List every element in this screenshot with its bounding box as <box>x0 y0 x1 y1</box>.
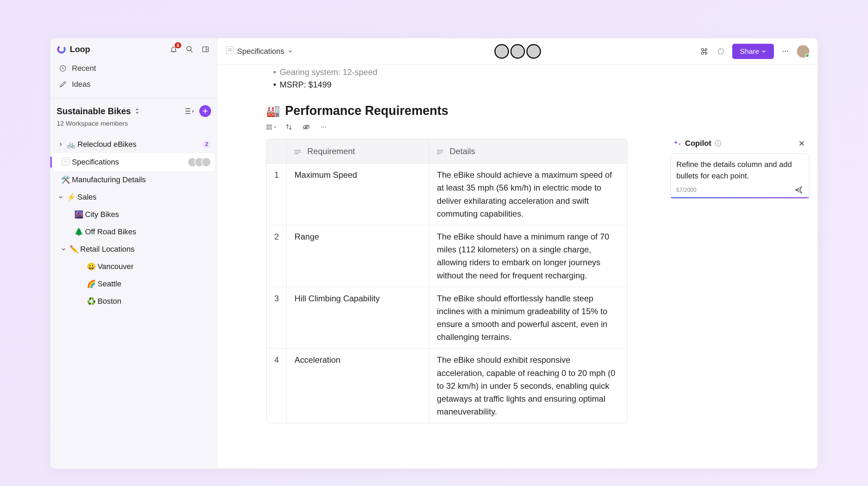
svg-rect-11 <box>270 128 272 129</box>
copilot-char-counter: 57/2000 <box>676 187 696 193</box>
svg-rect-9 <box>270 125 272 127</box>
info-icon[interactable]: i <box>715 140 721 146</box>
tree-item-seattle[interactable]: 🌈 Seattle <box>53 275 215 293</box>
cell-requirement[interactable]: Acceleration <box>287 349 429 423</box>
workspace-list-button[interactable] <box>184 106 194 116</box>
tree-label: City Bikes <box>85 210 211 219</box>
sidebar-nav: Recent Ideas <box>50 58 217 97</box>
more-button[interactable] <box>780 46 791 57</box>
cell-requirement[interactable]: Maximum Speed <box>287 164 429 225</box>
tree-item-retail[interactable]: ✏️ Retail Locations <box>53 241 215 258</box>
tree-label: Relecloud eBikes <box>77 140 202 149</box>
page-content: Gearing system: 12-speed MSRP: $1499 🏭 P… <box>218 65 818 469</box>
component-button[interactable] <box>716 46 726 57</box>
column-number[interactable] <box>267 139 287 164</box>
city-icon: 🌆 <box>73 210 85 219</box>
nav-ideas[interactable]: Ideas <box>57 76 211 92</box>
hide-button[interactable] <box>301 123 311 131</box>
eye-off-icon <box>302 124 310 131</box>
more-horizontal-icon <box>320 124 327 131</box>
bicycle-icon: 🚲 <box>65 140 77 149</box>
presence-avatar[interactable] <box>510 44 525 59</box>
share-button[interactable]: Share <box>732 44 774 59</box>
svg-rect-4 <box>718 49 724 54</box>
copilot-send-button[interactable] <box>794 186 803 195</box>
send-icon <box>794 186 803 194</box>
panel-toggle-button[interactable] <box>200 44 211 55</box>
bullet-text: Gearing system: 12-speed <box>279 67 377 77</box>
row-number: 2 <box>267 225 287 287</box>
cell-details[interactable]: The eBike should have a minimum range of… <box>429 225 627 287</box>
recycle-icon: ♻️ <box>85 297 98 305</box>
tree-item-manufacturing[interactable]: 🛠️ Manufacturing Details <box>53 171 215 188</box>
nav-recent-label: Recent <box>72 64 96 73</box>
breadcrumb[interactable]: Specifications <box>226 47 293 56</box>
table-more-button[interactable] <box>318 123 329 131</box>
svg-point-0 <box>57 44 66 54</box>
more-horizontal-icon <box>782 48 789 55</box>
list-filter-icon <box>185 107 194 115</box>
notifications-button[interactable]: 8 <box>168 44 179 55</box>
bullet-item[interactable]: Gearing system: 12-speed <box>266 66 818 78</box>
sort-icon <box>285 124 292 131</box>
svg-rect-8 <box>267 125 269 127</box>
add-button[interactable] <box>199 105 211 117</box>
tools-icon: 🛠️ <box>59 176 72 184</box>
nav-recent[interactable]: Recent <box>57 60 211 76</box>
cell-details[interactable]: The eBike should exhibit responsive acce… <box>429 349 627 423</box>
svg-point-15 <box>325 127 326 128</box>
topbar-actions: Share <box>699 44 809 59</box>
tree-item-relecloud[interactable]: 🚲 Relecloud eBikes 2 <box>53 136 215 153</box>
view-button[interactable] <box>266 123 277 131</box>
copilot-title: Copilot <box>685 139 711 148</box>
search-button[interactable] <box>184 44 195 55</box>
presence-avatar[interactable] <box>526 44 541 59</box>
copilot-footer: 57/2000 <box>676 186 803 195</box>
requirements-table: Requirement Details 1 Maximum Speed <box>266 139 627 423</box>
plus-icon <box>202 108 208 114</box>
table-row[interactable]: 2 Range The eBike should have a minimum … <box>267 225 627 287</box>
svg-rect-10 <box>267 128 269 129</box>
workspace-subtitle: 12 Workspace members <box>50 119 217 134</box>
command-icon <box>700 48 708 55</box>
presence-avatar[interactable] <box>494 44 509 59</box>
column-requirement[interactable]: Requirement <box>287 139 429 164</box>
workspace-title-switcher[interactable]: Sustainable Bikes <box>57 106 141 116</box>
emoji-face-icon: 😀 <box>85 262 98 271</box>
chevron-right-icon <box>57 142 65 147</box>
svg-point-14 <box>323 127 324 128</box>
table-row[interactable]: 3 Hill Climbing Capability The eBike sho… <box>267 287 627 349</box>
tree-item-sales[interactable]: ⚡ Sales <box>53 188 215 206</box>
loop-logo-icon <box>57 44 66 54</box>
copilot-prompt-text[interactable]: Refine the details column and add bullet… <box>676 159 803 182</box>
chevron-down-icon <box>273 125 277 129</box>
tree-item-citybikes[interactable]: 🌆 City Bikes <box>53 206 215 223</box>
table-body: 1 Maximum Speed The eBike should achieve… <box>267 164 627 423</box>
cell-details[interactable]: The eBike should achieve a maximum speed… <box>429 164 627 225</box>
cell-requirement[interactable]: Hill Climbing Capability <box>287 287 429 349</box>
copilot-close-button[interactable] <box>798 139 806 148</box>
app-window: Loop 8 Recent Id <box>50 38 818 469</box>
user-avatar[interactable] <box>797 45 809 58</box>
text-column-icon <box>294 150 302 154</box>
workspace-header: Sustainable Bikes <box>50 99 217 119</box>
brand[interactable]: Loop <box>57 44 90 54</box>
tree-item-offroad[interactable]: 🌲 Off Road Bikes <box>53 223 215 241</box>
chevron-updown-icon <box>134 108 141 115</box>
table-row[interactable]: 4 Acceleration The eBike should exhibit … <box>267 349 627 423</box>
sort-button[interactable] <box>284 123 294 131</box>
section-heading[interactable]: 🏭 Performance Requirements <box>266 103 818 118</box>
bullet-item[interactable]: MSRP: $1499 <box>266 78 818 91</box>
tree-item-specifications[interactable]: Specifications <box>53 153 215 171</box>
column-details[interactable]: Details <box>429 139 627 164</box>
table-row[interactable]: 1 Maximum Speed The eBike should achieve… <box>267 164 627 225</box>
cell-details[interactable]: The eBike should effortlessly handle ste… <box>429 287 627 349</box>
copilot-input-box[interactable]: Refine the details column and add bullet… <box>670 153 809 199</box>
factory-icon: 🏭 <box>266 104 280 117</box>
tree-item-vancouver[interactable]: 😀 Vancouver <box>53 258 215 275</box>
tree-item-boston[interactable]: ♻️ Boston <box>53 293 215 310</box>
copilot-header: Copilot i <box>670 136 809 151</box>
tree-label: Boston <box>98 297 211 306</box>
cell-requirement[interactable]: Range <box>287 225 429 287</box>
command-button[interactable] <box>699 46 709 57</box>
